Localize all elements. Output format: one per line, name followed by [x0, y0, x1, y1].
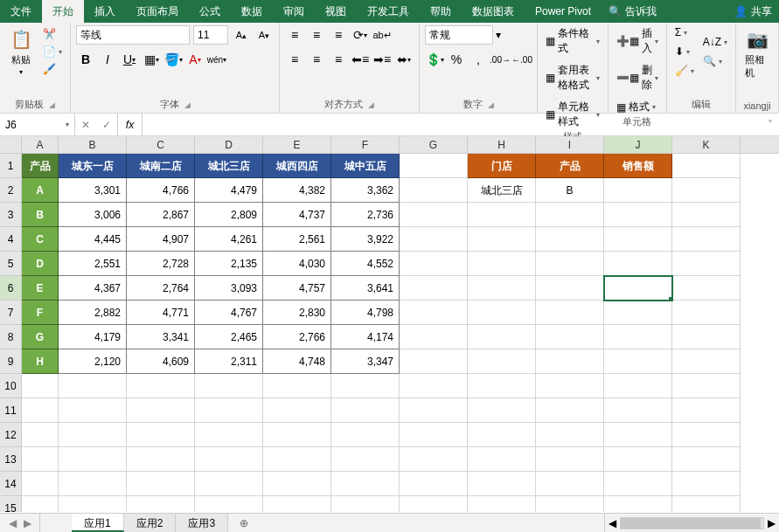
cell[interactable]: [536, 276, 604, 301]
tab-file[interactable]: 文件: [0, 0, 42, 23]
cell[interactable]: D: [22, 252, 59, 276]
cell[interactable]: [400, 496, 468, 512]
cell[interactable]: [468, 252, 536, 276]
cell[interactable]: 4,737: [263, 203, 331, 227]
underline-button[interactable]: U▾: [120, 50, 139, 69]
number-format-select[interactable]: [425, 25, 493, 45]
cell[interactable]: 4,030: [263, 252, 331, 276]
cell[interactable]: [331, 374, 400, 398]
dialog-launcher-icon[interactable]: ◢: [49, 100, 55, 109]
cell[interactable]: 城南二店: [127, 154, 195, 178]
share-button[interactable]: 👤共享: [734, 0, 779, 23]
indent-increase-button[interactable]: ➡≡: [372, 50, 392, 69]
currency-button[interactable]: 💲▾: [425, 50, 444, 69]
cell[interactable]: [263, 398, 331, 423]
cell[interactable]: [195, 374, 263, 398]
cell[interactable]: [604, 276, 672, 301]
column-header[interactable]: D: [195, 136, 263, 153]
sheet-tab-3[interactable]: 应用3: [176, 514, 228, 532]
row-header[interactable]: 14: [0, 472, 22, 496]
fx-label[interactable]: fx: [118, 114, 143, 135]
cell[interactable]: 3,347: [331, 349, 400, 374]
cell[interactable]: [468, 423, 536, 447]
cell[interactable]: [263, 447, 331, 472]
cell[interactable]: [672, 178, 741, 203]
conditional-format-button[interactable]: ▦条件格式▾: [543, 25, 602, 57]
cell[interactable]: [22, 374, 59, 398]
paste-button[interactable]: 📋 粘贴 ▾: [5, 25, 37, 78]
column-header[interactable]: I: [536, 136, 604, 153]
cell[interactable]: [400, 398, 468, 423]
cell[interactable]: 4,766: [127, 178, 195, 203]
cell[interactable]: [400, 154, 468, 178]
cell[interactable]: [400, 227, 468, 252]
cell[interactable]: [604, 496, 672, 512]
cell[interactable]: [468, 325, 536, 349]
row-header[interactable]: 15: [0, 496, 22, 512]
cell[interactable]: [331, 398, 400, 423]
increase-font-button[interactable]: A▴: [232, 25, 251, 45]
phonetic-button[interactable]: wén▾: [207, 50, 226, 69]
cell[interactable]: [468, 374, 536, 398]
find-button[interactable]: 🔍▾: [700, 54, 730, 68]
cell[interactable]: [468, 472, 536, 496]
align-left-button[interactable]: ≡: [285, 50, 304, 69]
sheet-nav[interactable]: ◀▶: [0, 514, 40, 532]
cell[interactable]: [22, 398, 59, 423]
cell[interactable]: 2,867: [127, 203, 195, 227]
column-header[interactable]: J: [604, 136, 672, 153]
tab-dev[interactable]: 开发工具: [357, 0, 420, 23]
cell[interactable]: 3,362: [331, 178, 400, 203]
cell[interactable]: [127, 423, 195, 447]
cell[interactable]: [604, 325, 672, 349]
sheet-tab-1[interactable]: 应用1: [72, 514, 124, 532]
fill-button[interactable]: ⬇▾: [672, 45, 697, 59]
cell[interactable]: [468, 301, 536, 325]
cell[interactable]: 城西四店: [263, 154, 331, 178]
cell[interactable]: [672, 203, 741, 227]
align-middle-button[interactable]: ≡: [307, 25, 326, 45]
cell[interactable]: [468, 349, 536, 374]
cell[interactable]: 产品: [22, 154, 59, 178]
column-header[interactable]: F: [331, 136, 400, 153]
cell[interactable]: 4,609: [127, 349, 195, 374]
cell[interactable]: 城北三店: [468, 178, 536, 203]
cell[interactable]: 2,465: [195, 325, 263, 349]
cell[interactable]: [59, 374, 127, 398]
clear-button[interactable]: 🧹▾: [672, 64, 697, 78]
cell[interactable]: 4,179: [59, 325, 127, 349]
name-box[interactable]: J6▾: [0, 114, 75, 135]
align-right-button[interactable]: ≡: [329, 50, 348, 69]
cell[interactable]: [331, 423, 400, 447]
cell[interactable]: [59, 472, 127, 496]
cell[interactable]: [672, 447, 741, 472]
cell[interactable]: [672, 374, 741, 398]
fill-color-button[interactable]: 🪣▾: [163, 50, 183, 69]
row-header[interactable]: 11: [0, 398, 22, 423]
column-header[interactable]: K: [672, 136, 741, 153]
cell[interactable]: [400, 325, 468, 349]
cell[interactable]: 3,341: [127, 325, 195, 349]
cell[interactable]: [604, 398, 672, 423]
cell[interactable]: [536, 374, 604, 398]
cell[interactable]: [672, 276, 741, 301]
row-header[interactable]: 2: [0, 178, 22, 203]
cell[interactable]: [604, 374, 672, 398]
cell[interactable]: 3,922: [331, 227, 400, 252]
cell[interactable]: [536, 472, 604, 496]
cell[interactable]: E: [22, 276, 59, 301]
tab-powerpivot[interactable]: Power Pivot: [525, 0, 602, 23]
align-center-button[interactable]: ≡: [307, 50, 326, 69]
column-header[interactable]: A: [22, 136, 59, 153]
delete-cells-button[interactable]: ➖▦删除▾: [614, 62, 661, 93]
cell[interactable]: 2,311: [195, 349, 263, 374]
cell[interactable]: [400, 447, 468, 472]
row-header[interactable]: 7: [0, 301, 22, 325]
cell[interactable]: 4,767: [195, 301, 263, 325]
cell[interactable]: [672, 423, 741, 447]
cell[interactable]: [604, 178, 672, 203]
dialog-launcher-icon[interactable]: ◢: [368, 100, 374, 109]
scrollbar-thumb[interactable]: [621, 518, 761, 529]
cell[interactable]: [331, 447, 400, 472]
font-name-select[interactable]: [76, 25, 190, 45]
